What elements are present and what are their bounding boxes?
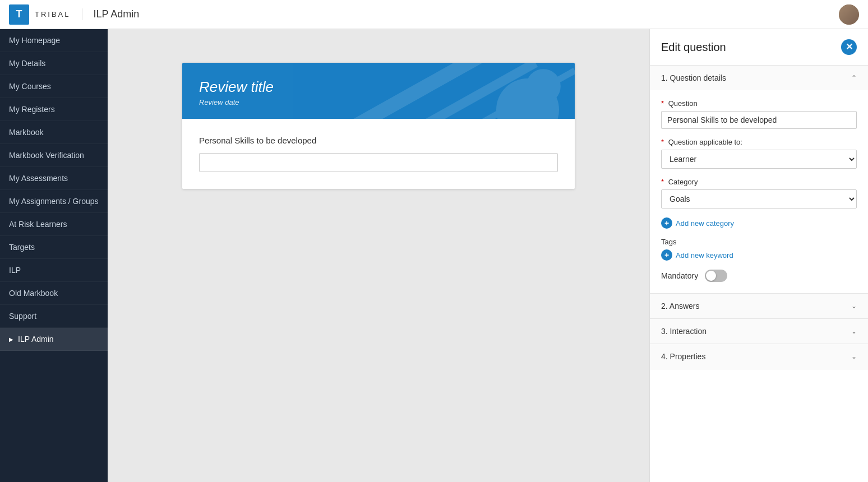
section-question-details: 1. Question details ⌃ * Question [650, 66, 868, 294]
section-interaction: 3. Interaction ⌄ [650, 319, 868, 344]
logo-icon: T [9, 4, 29, 25]
category-group: * Category Goals Skills Academic Persona… [661, 178, 857, 208]
sidebar-item-markbook[interactable]: Markbook [0, 121, 108, 144]
avatar[interactable] [839, 4, 859, 25]
sidebar-item-label: Support [9, 312, 36, 321]
panel-title: Edit question [661, 41, 726, 54]
main-content-area: Review title Review date Personal Skills… [108, 29, 649, 482]
sidebar-item-label: At Risk Learners [9, 220, 67, 229]
sidebar-item-markbook-verification[interactable]: Markbook Verification [0, 144, 108, 167]
add-keyword-button[interactable]: + Add new keyword [661, 249, 857, 261]
review-header: Review title Review date [182, 63, 575, 119]
sidebar-item-label: Markbook [9, 128, 43, 137]
section-interaction-chevron-icon: ⌄ [851, 327, 857, 335]
review-answer-input[interactable] [199, 153, 558, 172]
question-applicable-group: * Question applicable to: Learner Tutor … [661, 138, 857, 169]
app-header: T TRIBAL ILP Admin [0, 0, 868, 29]
sidebar-item-my-registers[interactable]: My Registers [0, 98, 108, 121]
app-title: ILP Admin [82, 8, 140, 20]
question-field-label: * Question [661, 99, 857, 108]
sidebar-item-ilp[interactable]: ILP [0, 259, 108, 282]
sidebar-item-label: My Details [9, 59, 45, 68]
avatar-image [839, 4, 859, 25]
sidebar-item-label: My Courses [9, 82, 51, 91]
logo-text: TRIBAL [35, 10, 71, 18]
section-question-details-chevron-icon: ⌃ [851, 74, 857, 82]
question-applicable-label: * Question applicable to: [661, 138, 857, 146]
logo: T TRIBAL [9, 4, 71, 25]
panel-header: Edit question ✕ [650, 29, 868, 66]
review-date: Review date [199, 98, 558, 106]
add-category-button[interactable]: + Add new category [661, 217, 857, 229]
required-star-category: * [661, 178, 664, 186]
main-layout: My Homepage My Details My Courses My Reg… [0, 29, 868, 482]
add-keyword-label: Add new keyword [676, 251, 733, 259]
sidebar-item-support[interactable]: Support [0, 305, 108, 328]
sidebar-item-label: My Homepage [9, 36, 60, 45]
sidebar-item-label: ILP Admin [18, 335, 54, 344]
category-label: * Category [661, 178, 857, 186]
question-applicable-select[interactable]: Learner Tutor Both [661, 150, 857, 169]
mandatory-toggle-group: Mandatory [661, 270, 857, 282]
required-star-applicable: * [661, 138, 664, 146]
sidebar-item-my-homepage[interactable]: My Homepage [0, 29, 108, 52]
section-properties-header[interactable]: 4. Properties ⌄ [650, 344, 868, 369]
mandatory-toggle[interactable] [705, 270, 727, 282]
close-panel-button[interactable]: ✕ [841, 39, 857, 55]
sidebar-item-my-assessments[interactable]: My Assessments [0, 167, 108, 190]
review-question-label: Personal Skills to be developed [199, 136, 558, 145]
tags-group: Tags + Add new keyword [661, 238, 857, 261]
required-star: * [661, 99, 664, 108]
sidebar-item-ilp-admin[interactable]: ▶ ILP Admin [0, 328, 108, 351]
sidebar-item-my-courses[interactable]: My Courses [0, 75, 108, 98]
mandatory-label: Mandatory [661, 271, 698, 280]
section-answers: 2. Answers ⌄ [650, 294, 868, 319]
add-keyword-plus-icon: + [661, 249, 672, 261]
sidebar-item-at-risk-learners[interactable]: At Risk Learners [0, 213, 108, 236]
sidebar-item-targets[interactable]: Targets [0, 236, 108, 259]
review-card: Review title Review date Personal Skills… [182, 63, 575, 189]
section-question-details-title: 1. Question details [661, 73, 726, 82]
question-field-group: * Question [661, 99, 857, 129]
sidebar-item-label: Old Markbook [9, 289, 58, 298]
sidebar-item-label: My Assignments / Groups [9, 197, 99, 206]
sidebar-item-label: ILP [9, 266, 21, 275]
section-question-details-body: * Question * Question applicable to: Lea… [650, 90, 868, 293]
toggle-knob [706, 271, 716, 281]
section-properties-title: 4. Properties [661, 352, 705, 361]
sidebar-item-label: My Registers [9, 105, 55, 114]
section-answers-title: 2. Answers [661, 302, 700, 310]
sidebar: My Homepage My Details My Courses My Reg… [0, 29, 108, 482]
sidebar-item-my-details[interactable]: My Details [0, 52, 108, 75]
section-properties-chevron-icon: ⌄ [851, 353, 857, 360]
sidebar-item-label: My Assessments [9, 174, 68, 183]
section-interaction-title: 3. Interaction [661, 327, 707, 336]
tags-label: Tags [661, 238, 857, 246]
section-answers-header[interactable]: 2. Answers ⌄ [650, 294, 868, 318]
sidebar-item-label: Targets [9, 243, 35, 252]
section-question-details-header[interactable]: 1. Question details ⌃ [650, 66, 868, 90]
question-input[interactable] [661, 111, 857, 129]
section-answers-chevron-icon: ⌄ [851, 302, 857, 310]
section-interaction-header[interactable]: 3. Interaction ⌄ [650, 319, 868, 344]
category-select[interactable]: Goals Skills Academic Personal [661, 189, 857, 208]
active-arrow-icon: ▶ [9, 336, 13, 342]
sidebar-item-my-assignments-groups[interactable]: My Assignments / Groups [0, 190, 108, 213]
edit-question-panel: Edit question ✕ 1. Question details ⌃ * … [649, 29, 868, 482]
sidebar-item-old-markbook[interactable]: Old Markbook [0, 282, 108, 305]
review-body: Personal Skills to be developed [182, 119, 575, 189]
review-title: Review title [199, 78, 558, 96]
sidebar-item-label: Markbook Verification [9, 151, 84, 160]
add-category-label: Add new category [676, 219, 734, 228]
add-category-plus-icon: + [661, 217, 672, 229]
section-properties: 4. Properties ⌄ [650, 344, 868, 369]
